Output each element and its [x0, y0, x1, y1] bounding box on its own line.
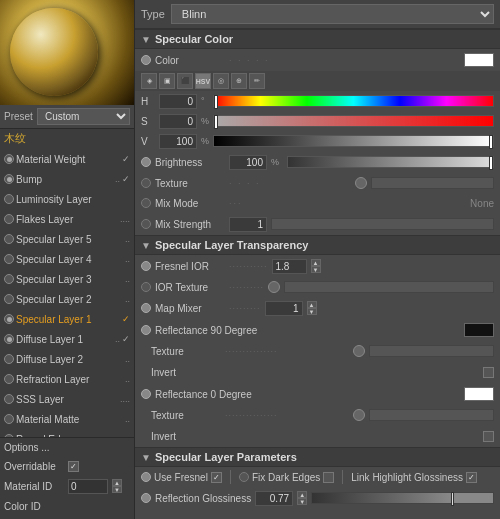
map-mixer-input[interactable] [265, 301, 303, 316]
fix-dark-edges-checkbox[interactable] [323, 472, 334, 483]
gloss-bar[interactable] [311, 492, 494, 504]
fresnel-input[interactable] [272, 259, 307, 274]
gloss-thumb[interactable] [451, 492, 454, 506]
reflectance-90-radio[interactable] [141, 325, 151, 335]
specular-color-section-header[interactable]: ▼ Specular Color [135, 29, 500, 49]
swatch-icon[interactable]: ⬛ [177, 73, 193, 89]
overridable-checkbox[interactable]: ✓ [68, 461, 79, 472]
s-slider-thumb[interactable] [214, 115, 218, 129]
layer-radio[interactable] [4, 334, 14, 344]
ref90-texture-bar[interactable] [369, 345, 495, 357]
reflection-gloss-input[interactable] [255, 491, 293, 506]
ref0-texture-circle[interactable] [353, 409, 365, 421]
ref90-texture-circle[interactable] [353, 345, 365, 357]
brightness-radio[interactable] [141, 157, 151, 167]
brightness-slider-thumb[interactable] [489, 156, 493, 170]
gloss-stepper-up[interactable]: ▲ [297, 491, 307, 498]
fix-dark-edges-radio[interactable] [239, 472, 249, 482]
h-slider-thumb[interactable] [214, 95, 218, 109]
hsv-icon[interactable]: HSV [195, 73, 211, 89]
map-mixer-down[interactable]: ▼ [307, 308, 317, 315]
mix-strength-bar[interactable] [271, 218, 494, 230]
layer-radio[interactable] [4, 314, 14, 324]
brightness-bar[interactable] [287, 156, 494, 168]
reflectance-90-invert-checkbox[interactable] [483, 367, 494, 378]
stepper-down[interactable]: ▼ [112, 486, 122, 493]
layer-radio[interactable] [4, 354, 14, 364]
layer-radio[interactable] [4, 174, 14, 184]
h-gradient-bar[interactable] [213, 95, 494, 107]
link-highlight-checkbox[interactable]: ✓ [466, 472, 477, 483]
reflectance-0-radio[interactable] [141, 389, 151, 399]
specular-transparency-header[interactable]: ▼ Specular Layer Transparency [135, 235, 500, 255]
layer-item-diffuse2[interactable]: Diffuse Layer 2 .. [0, 349, 134, 369]
layer-radio[interactable] [4, 234, 14, 244]
texture-circle-btn[interactable] [355, 177, 367, 189]
texture-radio[interactable] [141, 178, 151, 188]
layer-item-refraction[interactable]: Refraction Layer .. [0, 369, 134, 389]
layer-item-luminosity[interactable]: Luminosity Layer [0, 189, 134, 209]
layer-radio[interactable] [4, 214, 14, 224]
ior-texture-circle[interactable] [268, 281, 280, 293]
specular-params-header[interactable]: ▼ Specular Layer Parameters [135, 447, 500, 467]
s-input[interactable] [159, 114, 197, 129]
map-mixer-radio[interactable] [141, 303, 151, 313]
type-dropdown[interactable]: Blinn [171, 4, 494, 24]
layer-radio[interactable] [4, 394, 14, 404]
layer-item-specular1[interactable]: Specular Layer 1 ✓ [0, 309, 134, 329]
map-mixer-up[interactable]: ▲ [307, 301, 317, 308]
layer-radio[interactable] [4, 294, 14, 304]
material-id-input[interactable]: 0 [68, 479, 108, 494]
edit-icon[interactable]: ✏ [249, 73, 265, 89]
layer-item-matte[interactable]: Material Matte .. [0, 409, 134, 429]
layer-item-round-edges[interactable]: Round Edges .... [0, 429, 134, 437]
stepper-up[interactable]: ▲ [112, 479, 122, 486]
gloss-stepper[interactable]: ▲ ▼ [297, 491, 307, 505]
reflectance-0-swatch[interactable] [464, 387, 494, 401]
texture-bar[interactable] [371, 177, 495, 189]
v-gradient-bar[interactable] [213, 135, 494, 147]
layer-item-specular3[interactable]: Specular Layer 3 .. [0, 269, 134, 289]
layer-item-bump[interactable]: Bump .. ✓ [0, 169, 134, 189]
ior-texture-radio[interactable] [141, 282, 151, 292]
h-input[interactable] [159, 94, 197, 109]
layer-radio[interactable] [4, 414, 14, 424]
color-radio[interactable] [141, 55, 151, 65]
ref0-texture-bar[interactable] [369, 409, 495, 421]
v-slider-thumb[interactable] [489, 135, 493, 149]
mix-strength-radio[interactable] [141, 219, 151, 229]
fresnel-radio[interactable] [141, 261, 151, 271]
gradient-icon[interactable]: ◈ [141, 73, 157, 89]
use-fresnel-checkbox[interactable]: ✓ [211, 472, 222, 483]
layer-radio[interactable] [4, 274, 14, 284]
use-fresnel-radio[interactable] [141, 472, 151, 482]
wheel-icon[interactable]: ◎ [213, 73, 229, 89]
gloss-stepper-down[interactable]: ▼ [297, 498, 307, 505]
image-icon[interactable]: ▣ [159, 73, 175, 89]
mix-strength-input[interactable] [229, 217, 267, 232]
layer-item-specular4[interactable]: Specular Layer 4 .. [0, 249, 134, 269]
ior-texture-bar[interactable] [284, 281, 494, 293]
fresnel-stepper-up[interactable]: ▲ [311, 259, 321, 266]
reflectance-0-invert-checkbox[interactable] [483, 431, 494, 442]
layer-radio[interactable] [4, 254, 14, 264]
v-input[interactable] [159, 134, 197, 149]
fresnel-stepper[interactable]: ▲ ▼ [311, 259, 321, 273]
layer-item-specular2[interactable]: Specular Layer 2 .. [0, 289, 134, 309]
brightness-input[interactable] [229, 155, 267, 170]
layer-item-flakes[interactable]: Flakes Layer .... [0, 209, 134, 229]
layer-item-material-weight[interactable]: Material Weight ✓ [0, 149, 134, 169]
layer-item-diffuse1[interactable]: Diffuse Layer 1 .. ✓ [0, 329, 134, 349]
color-swatch[interactable] [464, 53, 494, 67]
material-id-stepper[interactable]: ▲ ▼ [112, 479, 122, 493]
layer-item-sss[interactable]: SSS Layer .... [0, 389, 134, 409]
reflection-gloss-radio[interactable] [141, 493, 151, 503]
reflectance-90-swatch[interactable] [464, 323, 494, 337]
preset-dropdown[interactable]: Custom [37, 108, 130, 125]
layer-radio[interactable] [4, 194, 14, 204]
layer-item-specular5[interactable]: Specular Layer 5 .. [0, 229, 134, 249]
s-gradient-bar[interactable] [213, 115, 494, 127]
fresnel-stepper-down[interactable]: ▼ [311, 266, 321, 273]
layer-radio[interactable] [4, 374, 14, 384]
picker-icon[interactable]: ⊕ [231, 73, 247, 89]
